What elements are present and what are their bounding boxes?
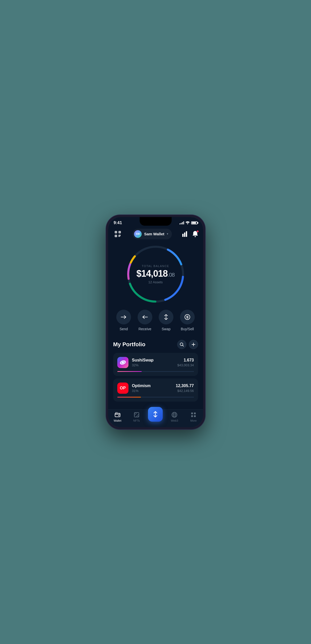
buysell-button[interactable]: $ Buy/Sell	[180, 310, 195, 331]
nav-more-label: More	[190, 419, 197, 422]
portfolio-actions	[177, 340, 198, 349]
buysell-icon: $	[180, 310, 195, 324]
op-usd: $42,149.56	[176, 389, 194, 393]
signal-bar-2	[181, 223, 182, 224]
action-buttons: Send Receive	[108, 307, 203, 336]
avatar: SW	[134, 230, 142, 238]
svg-rect-10	[182, 234, 184, 237]
nav-more[interactable]: More	[184, 412, 203, 422]
portfolio-title: My Portfolio	[113, 341, 145, 348]
chevron-down-icon: ▾	[167, 232, 168, 236]
sushi-info: SushiSwap 32%	[132, 358, 174, 367]
send-icon	[116, 310, 131, 324]
notch	[140, 217, 172, 226]
receive-icon	[138, 310, 152, 324]
svg-rect-42	[194, 412, 196, 414]
sushi-progress-fill	[117, 371, 142, 372]
svg-rect-5	[116, 236, 116, 236]
phone-frame: 9:41	[106, 215, 205, 429]
scan-button[interactable]	[113, 229, 122, 239]
svg-rect-4	[119, 232, 120, 233]
phone-inner: 9:41	[108, 217, 203, 427]
top-nav: SW Sam Wallet ▾	[108, 227, 203, 242]
sushi-values: 1.673 $43,003.34	[177, 358, 194, 367]
nav-wallet[interactable]: Wallet	[108, 412, 127, 422]
portfolio-section: My Portfolio	[108, 336, 203, 405]
asset-card-sushi[interactable]: SushiSwap 32% 1.673 $43,003.34	[113, 353, 198, 376]
swap-button[interactable]: Swap	[159, 310, 173, 331]
svg-point-33	[118, 415, 119, 416]
svg-rect-43	[191, 415, 193, 417]
op-amount: 12,305.77	[176, 384, 194, 388]
chart-button[interactable]	[182, 231, 188, 237]
sushi-row: SushiSwap 32% 1.673 $43,003.34	[117, 357, 194, 368]
receive-button[interactable]: Receive	[138, 310, 152, 331]
center-swap-button[interactable]	[148, 407, 163, 422]
signal-bar-4	[183, 221, 184, 224]
send-label: Send	[120, 327, 128, 331]
signal-bar-1	[179, 223, 180, 224]
nav-web3-label: Web3	[171, 419, 178, 422]
svg-line-26	[183, 345, 184, 346]
battery-icon	[191, 221, 198, 224]
wifi-icon	[186, 221, 190, 224]
op-info: Optimism 31%	[132, 384, 172, 393]
svg-point-13	[194, 236, 196, 237]
svg-rect-41	[191, 412, 193, 414]
signal-bar-3	[182, 222, 183, 224]
op-logo: OP	[117, 383, 128, 394]
svg-rect-32	[115, 413, 120, 417]
notification-badge	[197, 230, 199, 233]
bottom-nav: Wallet NFTs	[108, 409, 203, 427]
status-time: 9:41	[114, 221, 122, 225]
receive-label: Receive	[138, 327, 151, 331]
add-asset-button[interactable]	[189, 340, 198, 349]
wallet-selector[interactable]: SW Sam Wallet ▾	[133, 229, 172, 239]
swap-label: Swap	[162, 327, 171, 331]
sushi-progress-bar	[117, 371, 194, 372]
asset-card-op[interactable]: OP Optimism 31% 12,305.77 $42,149.56	[113, 378, 198, 402]
assets-count: 12 Assets	[136, 280, 175, 284]
balance-section: TOTAL BALANCE $14,018.08 12 Assets	[108, 244, 203, 305]
nav-center[interactable]	[146, 412, 165, 422]
op-pct: 31%	[132, 389, 172, 393]
notifications-button[interactable]	[192, 231, 198, 237]
sushi-usd: $43,003.34	[177, 363, 194, 367]
sushi-amount: 1.673	[177, 358, 194, 362]
svg-rect-11	[184, 233, 185, 237]
svg-point-31	[122, 361, 124, 364]
balance-ring: TOTAL BALANCE $14,018.08 12 Assets	[125, 244, 186, 305]
signal-bars-icon	[179, 221, 184, 224]
balance-info: TOTAL BALANCE $14,018.08 12 Assets	[136, 264, 175, 284]
sushi-pct: 32%	[132, 363, 174, 367]
op-progress-bar	[117, 397, 194, 398]
balance-label: TOTAL BALANCE	[136, 264, 175, 267]
send-button[interactable]: Send	[116, 310, 131, 331]
balance-amount: $14,018.08	[136, 269, 175, 278]
op-progress-fill	[117, 397, 141, 398]
op-values: 12,305.77 $42,149.56	[176, 384, 194, 393]
sushi-name: SushiSwap	[132, 358, 174, 362]
nav-web3[interactable]: Web3	[165, 412, 184, 422]
swap-icon	[159, 310, 173, 324]
nav-wallet-label: Wallet	[114, 419, 121, 422]
svg-rect-3	[116, 232, 116, 233]
svg-rect-44	[194, 415, 196, 417]
search-button[interactable]	[177, 340, 186, 349]
sushi-logo	[117, 357, 128, 368]
wallet-name: Sam Wallet	[144, 232, 164, 236]
nav-nfts-label: NFTs	[133, 419, 140, 422]
svg-rect-12	[186, 231, 187, 237]
status-icons	[179, 221, 198, 224]
op-row: OP Optimism 31% 12,305.77 $42,149.56	[117, 383, 194, 394]
top-right-icons	[182, 231, 198, 237]
battery-fill	[192, 222, 196, 224]
op-name: Optimism	[132, 384, 172, 388]
buysell-label: Buy/Sell	[181, 327, 194, 331]
nav-nfts[interactable]: NFTs	[127, 412, 146, 422]
portfolio-header: My Portfolio	[113, 340, 198, 349]
